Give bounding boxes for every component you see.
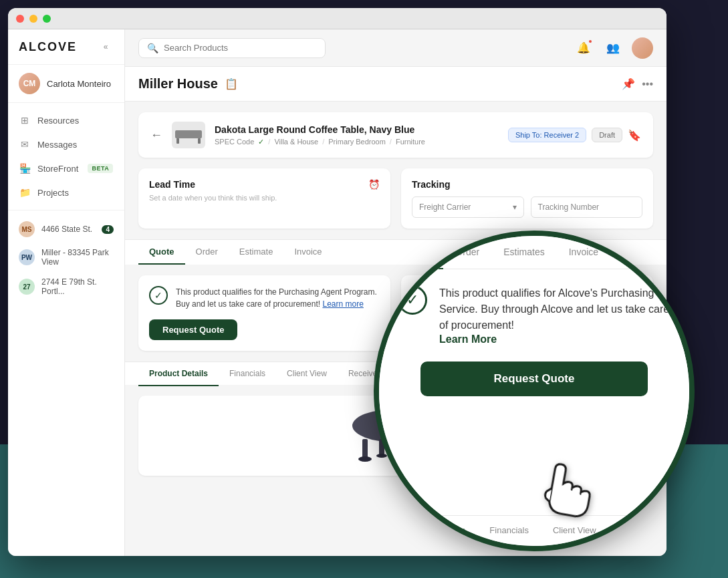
logo: ALCOVE	[19, 40, 77, 54]
bottom-tab-client-view[interactable]: Client View	[276, 362, 338, 386]
purchasing-notice: ✓ This product qualifies for the Purchas…	[149, 286, 380, 310]
bottom-tab-product-details[interactable]: Product Details	[138, 362, 219, 386]
tab-estimate[interactable]: Estimate	[229, 240, 284, 265]
topbar-actions: 🔔 👥	[573, 37, 653, 59]
project-badge-1: 4	[102, 225, 114, 234]
sep2: /	[322, 138, 324, 146]
svg-point-10	[376, 454, 387, 458]
product-tags: Ship To: Receiver 2 Draft 🔖	[508, 128, 641, 142]
svg-rect-0	[175, 130, 202, 138]
lead-time-title: Lead Time ⏰	[149, 179, 380, 190]
tab-quote[interactable]: Quote	[138, 240, 185, 265]
nav-item-resources[interactable]: ⊞ Resources	[8, 108, 124, 132]
team-icon[interactable]: 👥	[602, 37, 624, 59]
sidebar: ALCOVE « CM Carlota Monteiro ⊞ Resources…	[8, 29, 125, 556]
tracking-number-input[interactable]: Tracking Number	[531, 196, 643, 218]
lead-time-card: Lead Time ⏰ Set a date when you think th…	[138, 168, 390, 229]
two-col-section: Lead Time ⏰ Set a date when you think th…	[125, 168, 666, 239]
nav-item-messages[interactable]: ✉ Messages	[8, 132, 124, 156]
notification-bell[interactable]: 🔔	[573, 37, 594, 59]
back-button[interactable]: ←	[150, 128, 162, 142]
product-section: ← Dakota Large Round Coffee Table, Navy …	[125, 102, 666, 168]
pin-icon[interactable]: 📌	[622, 78, 635, 90]
room: Primary Bedroom	[328, 138, 386, 146]
close-dot[interactable]	[16, 15, 24, 23]
request-quote-button[interactable]: Request Quote	[149, 319, 237, 340]
search-bar[interactable]: 🔍	[138, 38, 326, 58]
chevron-down-icon: ▾	[513, 202, 517, 212]
topbar: 🔍 🔔 👥	[125, 29, 666, 67]
sep3: /	[390, 138, 392, 146]
svg-rect-2	[198, 138, 201, 144]
nav-label-messages: Messages	[37, 140, 77, 150]
project-actions: 📌 •••	[622, 78, 653, 90]
tab-invoice[interactable]: Invoice	[283, 240, 332, 265]
svg-rect-1	[176, 138, 179, 144]
more-options-icon[interactable]: •••	[642, 78, 653, 90]
svg-line-14	[580, 491, 581, 495]
magnify-notice-text: This product qualifies for Alcove's Purc…	[439, 285, 671, 333]
sidebar-header: ALCOVE «	[8, 29, 124, 65]
project-title-text: Miller House	[138, 76, 218, 92]
svg-line-13	[572, 486, 572, 490]
svg-rect-4	[362, 439, 368, 459]
sep1: /	[268, 138, 270, 146]
ship-to-tag: Ship To: Receiver 2	[508, 128, 586, 142]
tracking-number-label: Tracking Number	[538, 202, 600, 212]
user-name: Carlota Monteiro	[47, 79, 111, 89]
magnify-content: ✓ This product qualifies for Alcove's Pu…	[379, 269, 689, 515]
nav-items: ⊞ Resources ✉ Messages 🏪 StoreFront BETA…	[8, 103, 124, 210]
tracking-card: Tracking Freight Carrier ▾ Tracking Numb…	[401, 168, 653, 229]
category: Furniture	[396, 138, 425, 146]
user-avatar: CM	[19, 73, 40, 94]
maximize-dot[interactable]	[43, 15, 51, 23]
tab-order[interactable]: Order	[185, 240, 229, 265]
nav-item-projects[interactable]: 📁 Projects	[8, 180, 124, 204]
minimize-dot[interactable]	[29, 15, 37, 23]
spec-code: SPEC Code	[215, 138, 254, 146]
search-input[interactable]	[164, 43, 317, 53]
project-item-1[interactable]: MS 4466 State St. 4	[8, 216, 124, 243]
freight-carrier-select[interactable]: Freight Carrier ▾	[412, 196, 524, 218]
mail-icon: ✉	[19, 138, 31, 150]
product-info: Dakota Large Round Coffee Table, Navy Bl…	[215, 124, 499, 146]
status-tag: Draft	[592, 128, 622, 142]
nav-label-projects: Projects	[37, 188, 69, 198]
project-avatar-2: PW	[19, 249, 35, 265]
magnify-learn-more-link[interactable]: Learn More	[439, 333, 497, 345]
tracking-inputs: Freight Carrier ▾ Tracking Number	[412, 196, 642, 218]
project-item-3[interactable]: 27 2744 E 79th St. Portl...	[8, 272, 124, 301]
user-avatar-topbar	[632, 37, 653, 59]
check-icon: ✓	[258, 138, 264, 146]
user-section: CM Carlota Monteiro	[8, 65, 124, 103]
folder-icon: 📁	[19, 186, 31, 198]
document-icon: 📋	[225, 78, 238, 90]
location: Villa & House	[274, 138, 318, 146]
svg-point-8	[358, 456, 372, 462]
project-title: Miller House 📋	[138, 76, 238, 92]
search-icon: 🔍	[147, 43, 158, 53]
project-item-2[interactable]: PW Miller - 83345 Park View	[8, 243, 124, 272]
project-avatar-1: MS	[19, 221, 35, 237]
collapse-button[interactable]: «	[98, 39, 114, 55]
product-name: Dakota Large Round Coffee Table, Navy Bl…	[215, 124, 499, 135]
hand-cursor-svg	[533, 446, 612, 531]
beta-badge: BETA	[88, 164, 113, 173]
bookmark-icon[interactable]: 🔖	[628, 129, 641, 142]
notification-dot	[588, 39, 593, 44]
project-name-1: 4466 State St.	[41, 225, 92, 234]
bottom-tab-financials[interactable]: Financials	[219, 362, 276, 386]
project-name-2: Miller - 83345 Park View	[41, 248, 114, 267]
magnify-tab-estimates[interactable]: Estimates	[491, 236, 556, 269]
verified-icon: ✓	[149, 286, 168, 305]
learn-more-link[interactable]: Learn more	[322, 299, 363, 309]
nav-item-storefront[interactable]: 🏪 StoreFront BETA	[8, 156, 124, 180]
magnify-request-quote-button[interactable]: Request Quote	[420, 362, 648, 396]
product-thumbnail	[172, 122, 205, 148]
project-header: Miller House 📋 📌 •••	[125, 67, 666, 102]
nav-label-storefront: StoreFront	[37, 164, 78, 174]
user-menu[interactable]	[632, 37, 653, 59]
product-breadcrumb: SPEC Code ✓ / Villa & House / Primary Be…	[215, 138, 499, 146]
store-icon: 🏪	[19, 162, 31, 174]
projects-list: MS 4466 State St. 4 PW Miller - 83345 Pa…	[8, 210, 124, 307]
